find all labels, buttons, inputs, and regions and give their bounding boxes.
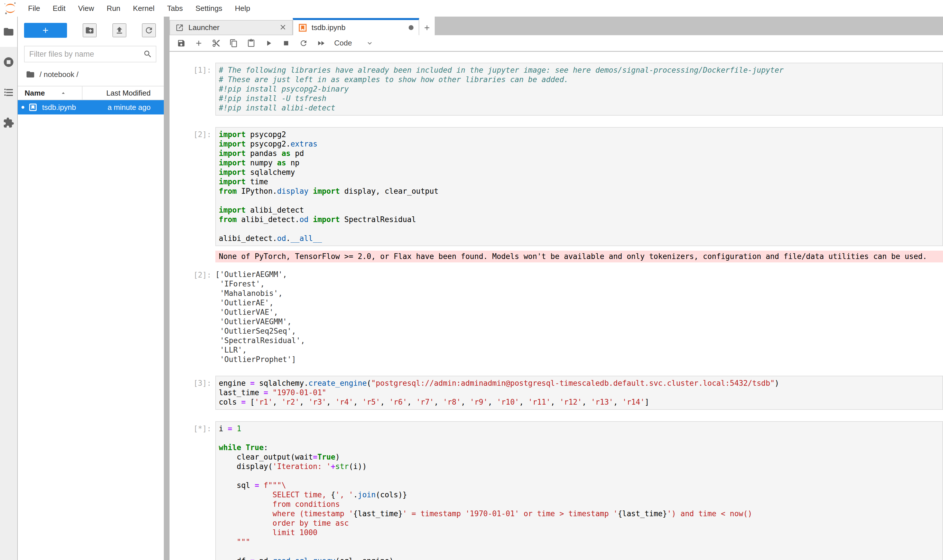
- menu-kernel[interactable]: Kernel: [127, 0, 161, 17]
- cell-editor[interactable]: # The following libraries have already b…: [215, 63, 943, 115]
- unsaved-changes-dot-icon[interactable]: [409, 25, 414, 30]
- menu-edit[interactable]: Edit: [46, 0, 72, 17]
- output-prompt: [2]:: [170, 268, 215, 364]
- folder-icon: [3, 26, 14, 37]
- activity-item-table-of-contents[interactable]: [0, 77, 17, 108]
- notebook-toolbar: Code: [170, 35, 943, 52]
- folder-icon: [26, 70, 35, 79]
- panel-splitter[interactable]: [164, 17, 170, 560]
- code-cell: [*]:i = 1 while True: clear_output(wait=…: [170, 421, 943, 560]
- code-cell: [1]:# The following libraries have alrea…: [170, 63, 943, 115]
- cell-editor[interactable]: engine = sqlalchemy.create_engine("postg…: [215, 376, 943, 410]
- notebook-icon: [298, 23, 307, 32]
- file-name: tsdb.ipynb: [42, 103, 76, 112]
- menu-run[interactable]: Run: [100, 0, 127, 17]
- activity-item-running-sessions[interactable]: [0, 47, 17, 77]
- stop-button[interactable]: [277, 36, 295, 50]
- filter-files-input[interactable]: [24, 46, 156, 62]
- puzzle-icon: [3, 117, 14, 128]
- paste-button[interactable]: [242, 36, 260, 50]
- insert-icon: [194, 39, 203, 48]
- unsaved-dot-icon: [22, 106, 24, 109]
- copy-icon: [229, 39, 238, 48]
- tab-notebook-tsdb[interactable]: tsdb.ipynb: [293, 18, 419, 35]
- menu-tabs[interactable]: Tabs: [161, 0, 189, 17]
- file-row-tsdb[interactable]: tsdb.ipynb a minute ago: [18, 100, 164, 114]
- file-modified: a minute ago: [108, 103, 164, 112]
- run-button[interactable]: [260, 36, 277, 50]
- menu-help[interactable]: Help: [228, 0, 256, 17]
- refresh-icon: [144, 26, 153, 35]
- input-prompt: [1]:: [170, 63, 215, 115]
- toc-icon: [3, 87, 14, 98]
- save-icon: [177, 39, 185, 48]
- upload-button[interactable]: [113, 23, 126, 37]
- menu-settings[interactable]: Settings: [189, 0, 228, 17]
- file-browser-toolbar: [24, 23, 156, 38]
- dock-panel: Launcher tsdb.ipynb Code [1]: [170, 17, 943, 560]
- notebook: [1]:# The following libraries have alrea…: [170, 52, 943, 560]
- restart-button[interactable]: [295, 36, 312, 50]
- cell-editor[interactable]: i = 1 while True: clear_output(wait=True…: [215, 421, 943, 560]
- code-cell: [3]:engine = sqlalchemy.create_engine("p…: [170, 376, 943, 410]
- file-filter: [24, 46, 156, 62]
- new-tab-button[interactable]: [419, 20, 435, 35]
- notebook-file-icon: [28, 103, 37, 112]
- chevron-down-icon: [366, 39, 374, 47]
- close-icon[interactable]: [279, 23, 287, 32]
- new-folder-icon: [85, 26, 94, 35]
- search-icon: [143, 49, 152, 58]
- tab-label: Launcher: [188, 23, 219, 32]
- activity-item-file-browser[interactable]: [0, 17, 17, 47]
- tab-label: tsdb.ipynb: [312, 23, 346, 32]
- activity-item-extensions[interactable]: [0, 108, 17, 138]
- stderr-output: None of PyTorch, TensorFlow >= 2.0, or F…: [215, 251, 943, 262]
- refresh-button[interactable]: [142, 23, 156, 37]
- tab-launcher[interactable]: Launcher: [170, 20, 293, 35]
- upload-icon: [115, 26, 124, 35]
- jupyter-logo-icon: [3, 2, 17, 15]
- menu-file[interactable]: File: [22, 0, 46, 17]
- menu-items: FileEditViewRunKernelTabsSettingsHelp: [22, 0, 256, 17]
- cell-editor[interactable]: import psycopg2import psycopg2.extrasimp…: [215, 127, 943, 246]
- menu-view[interactable]: View: [72, 0, 100, 17]
- listing-header: Name Last Modified: [18, 86, 164, 100]
- save-button[interactable]: [172, 36, 190, 50]
- tab-bar-filler: [435, 17, 943, 35]
- output-text: ['OutlierAEGMM', 'IForest', 'Mahalanobis…: [215, 268, 305, 364]
- copy-button[interactable]: [225, 36, 242, 50]
- paste-icon: [247, 39, 255, 48]
- activity-bar: [0, 17, 18, 560]
- input-prompt: [2]:: [170, 127, 215, 246]
- running-icon: [3, 56, 14, 68]
- cut-button[interactable]: [207, 36, 225, 50]
- run-icon: [264, 39, 273, 48]
- tab-bar: Launcher tsdb.ipynb: [170, 17, 943, 35]
- code-cell: [2]:import psycopg2import psycopg2.extra…: [170, 127, 943, 364]
- launcher-icon: [175, 23, 184, 32]
- cell-type-value: Code: [334, 38, 352, 48]
- column-header-last-modified[interactable]: Last Modified: [82, 89, 164, 98]
- sort-ascending-icon: [60, 89, 67, 97]
- new-folder-button[interactable]: [83, 23, 97, 37]
- plus-icon: [41, 26, 50, 35]
- menu-bar: FileEditViewRunKernelTabsSettingsHelp: [0, 0, 943, 17]
- restart-icon: [299, 39, 308, 48]
- run-all-icon: [317, 39, 325, 48]
- breadcrumb[interactable]: / notebook /: [26, 70, 164, 79]
- cut-icon: [212, 39, 221, 48]
- insert-button[interactable]: [190, 36, 207, 50]
- stop-icon: [282, 39, 290, 48]
- breadcrumb-path: / notebook /: [40, 70, 79, 79]
- input-prompt: [*]:: [170, 421, 215, 560]
- run-all-button[interactable]: [312, 36, 330, 50]
- new-launcher-button[interactable]: [24, 23, 67, 38]
- input-prompt: [3]:: [170, 376, 215, 410]
- file-browser-panel: / notebook / Name Last Modified tsdb.ipy…: [18, 17, 164, 560]
- column-header-name[interactable]: Name: [18, 86, 82, 100]
- cell-type-dropdown[interactable]: Code: [334, 38, 374, 48]
